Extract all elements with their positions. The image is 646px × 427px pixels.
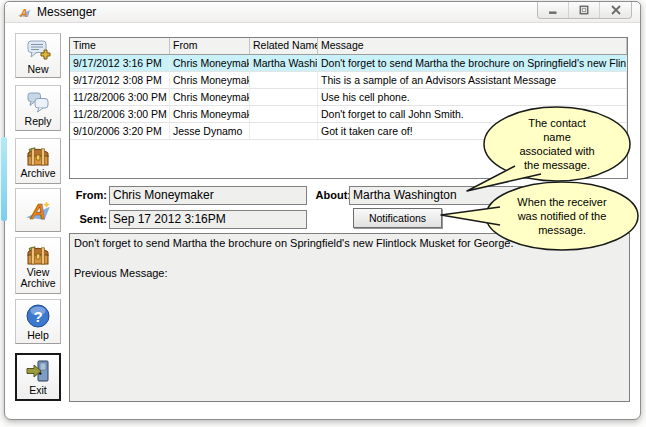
cell-message: Don't forget to send Martha the brochure…	[318, 55, 627, 71]
svg-text:A: A	[19, 7, 28, 19]
about-field[interactable]: Martha Washington	[349, 186, 595, 205]
view-archive-button[interactable]: View Archive	[15, 237, 61, 294]
archive-button[interactable]: Archive	[15, 138, 61, 184]
cell-related-name: Martha Washington	[250, 55, 318, 71]
reply-button-label: Reply	[25, 116, 52, 127]
help-button[interactable]: ? Help	[15, 299, 61, 344]
maximize-icon	[579, 5, 589, 15]
message-table: TimeFromRelated NameMessage 9/17/2012 3:…	[69, 37, 628, 179]
column-header-related-name[interactable]: Related Name	[250, 38, 318, 54]
close-icon	[611, 5, 621, 15]
cell-related-name	[250, 72, 318, 88]
archive-chest-icon	[25, 143, 51, 167]
cell-from: Jesse Dynamo	[170, 123, 250, 139]
svg-text:A: A	[29, 200, 46, 224]
advisors-assistant-logo-icon: A	[24, 196, 52, 224]
cell-time: 11/28/2006 3:00 PM	[70, 89, 170, 105]
message-row[interactable]: 9/10/2006 3:20 PMJesse DynamoGot it take…	[70, 123, 627, 140]
archive-button-label: Archive	[20, 168, 55, 179]
svg-text:?: ?	[33, 307, 42, 324]
message-row[interactable]: 11/28/2006 3:00 PMChris MoneymakerUse hi…	[70, 89, 627, 106]
archive-chest-icon	[25, 242, 51, 266]
cell-message: Use his cell phone.	[318, 89, 627, 105]
cell-from: Chris Moneymaker	[170, 106, 250, 122]
reply-button[interactable]: Reply	[15, 85, 61, 131]
reply-icon	[25, 89, 51, 115]
message-row[interactable]: 9/17/2012 3:08 PMChris MoneymakerThis is…	[70, 72, 627, 89]
cell-message: Don't forget to call John Smith.	[318, 106, 627, 122]
column-header-from[interactable]: From	[170, 38, 250, 54]
message-row[interactable]: 11/28/2006 3:00 PMChris MoneymakerDon't …	[70, 106, 627, 123]
cell-from: Chris Moneymaker	[170, 55, 250, 71]
column-header-message[interactable]: Message	[318, 38, 627, 54]
help-button-label: Help	[27, 330, 49, 341]
cell-message: This is a sample of an Advisors Assistan…	[318, 72, 627, 88]
minimize-icon	[548, 5, 558, 15]
message-table-header: TimeFromRelated NameMessage	[70, 38, 627, 55]
message-body-field[interactable]: Don't forget to send Martha the brochure…	[69, 233, 630, 402]
sent-field[interactable]: Sep 17 2012 3:16PM	[109, 210, 307, 229]
notifications-button[interactable]: Notifications	[353, 208, 442, 228]
desktop-background: A Messenger	[0, 0, 646, 427]
cell-related-name	[250, 89, 318, 105]
view-archive-button-label: View Archive	[16, 267, 60, 289]
messenger-window: A Messenger	[4, 1, 641, 420]
new-button[interactable]: New	[15, 33, 61, 78]
exit-button[interactable]: Exit	[15, 353, 61, 401]
message-row[interactable]: 9/17/2012 3:16 PMChris MoneymakerMartha …	[70, 55, 627, 72]
cell-time: 11/28/2006 3:00 PM	[70, 106, 170, 122]
new-message-icon	[25, 37, 51, 63]
exit-door-icon	[25, 358, 51, 384]
cell-time: 9/17/2012 3:08 PM	[70, 72, 170, 88]
minimize-button[interactable]	[538, 2, 569, 18]
maximize-button[interactable]	[569, 2, 600, 18]
from-field[interactable]: Chris Moneymaker	[109, 186, 307, 205]
cell-related-name	[250, 106, 318, 122]
exit-button-label: Exit	[29, 385, 47, 396]
help-icon: ?	[25, 303, 51, 329]
close-button[interactable]	[600, 2, 631, 18]
new-button-label: New	[27, 64, 48, 75]
about-label: About:	[311, 189, 351, 201]
window-title: Messenger	[37, 5, 96, 19]
background-window-edge	[1, 137, 7, 221]
from-label: From:	[67, 189, 107, 201]
cell-time: 9/10/2006 3:20 PM	[70, 123, 170, 139]
cell-message: Got it taken care of!	[318, 123, 627, 139]
window-controls	[537, 2, 632, 19]
sent-label: Sent:	[67, 213, 107, 225]
app-logo-icon: A	[17, 5, 31, 19]
cell-related-name	[250, 123, 318, 139]
advisors-assistant-logo-button[interactable]: A	[15, 188, 61, 232]
cell-time: 9/17/2012 3:16 PM	[70, 55, 170, 71]
cell-from: Chris Moneymaker	[170, 72, 250, 88]
cell-from: Chris Moneymaker	[170, 89, 250, 105]
column-header-time[interactable]: Time	[70, 38, 170, 54]
message-table-body: 9/17/2012 3:16 PMChris MoneymakerMartha …	[70, 55, 627, 140]
